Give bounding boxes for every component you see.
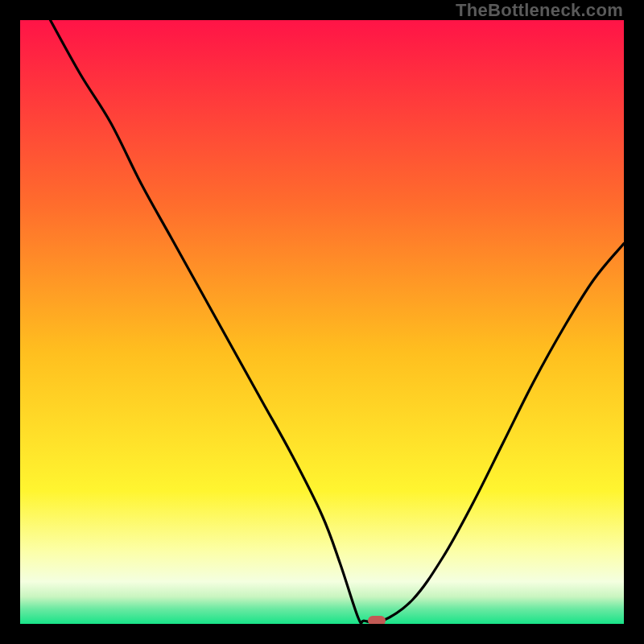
- optimal-marker: [368, 616, 386, 625]
- chart-frame: TheBottleneck.com: [0, 0, 644, 644]
- curve-layer: [20, 20, 624, 624]
- bottleneck-curve: [51, 20, 625, 623]
- plot-area: [20, 20, 624, 624]
- attribution-text: TheBottleneck.com: [456, 0, 623, 21]
